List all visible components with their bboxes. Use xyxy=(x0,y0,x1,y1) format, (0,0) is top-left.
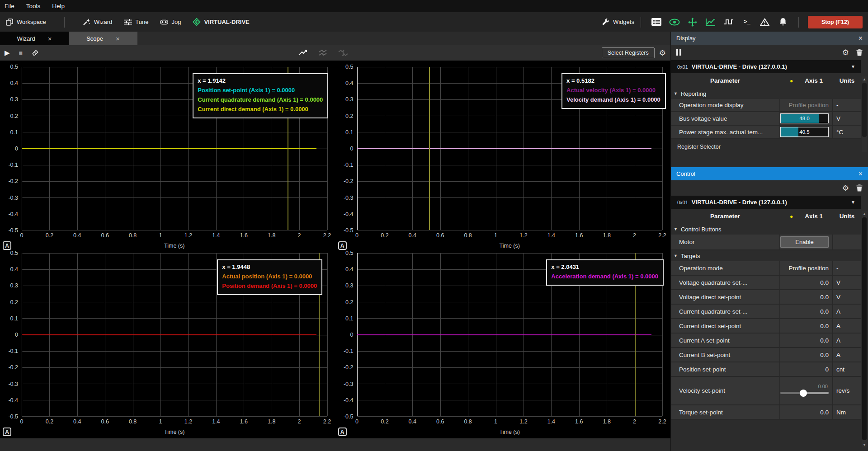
scope-play-button[interactable]: ▶ xyxy=(5,49,10,57)
x-tick-label: 0.4 xyxy=(409,418,416,425)
register-selector-link[interactable]: Register Selector xyxy=(671,139,861,155)
y-axis-labels: 0.50.40.30.20.10-0.1-0.2-0.3-0.4-0.5 xyxy=(2,67,22,230)
control-trash-icon[interactable] xyxy=(856,184,863,192)
control-device-selector[interactable]: 0x01 VIRTUAL-DRIVE - Drive (127.0.0.1) ▼ xyxy=(671,196,861,209)
chart-tooltip: x = 1.9142Position set-point (Axis 1) = … xyxy=(193,73,328,118)
y-tick-label: -0.1 xyxy=(344,162,354,168)
display-trash-icon[interactable] xyxy=(856,49,863,56)
scope-clear-button[interactable] xyxy=(32,49,39,56)
h-gridline xyxy=(357,286,663,286)
time-axis-title: Time (s) xyxy=(22,243,327,249)
single-plot-mode-button[interactable] xyxy=(298,49,307,56)
split-plots-mode-button[interactable] xyxy=(338,49,348,56)
x-tick-label: 0 xyxy=(20,418,24,425)
stacked-plots-mode-button[interactable] xyxy=(318,49,327,56)
x-tick-label: 1 xyxy=(159,418,162,425)
close-icon[interactable]: × xyxy=(859,170,863,178)
param-value[interactable]: 0 xyxy=(779,362,833,376)
close-tab-icon[interactable]: × xyxy=(48,35,52,42)
control-settings-gear-icon[interactable]: ⚙ xyxy=(842,184,849,192)
scroll-up-icon[interactable]: ▲ xyxy=(862,76,867,82)
move-motion-button[interactable] xyxy=(687,17,698,27)
param-units: °C xyxy=(833,126,861,138)
y-tick-label: -0.5 xyxy=(8,413,18,420)
param-value[interactable]: Profile position xyxy=(779,261,833,275)
param-value[interactable]: 0.0 xyxy=(779,319,833,333)
param-value[interactable]: 0.0 xyxy=(779,334,833,347)
motor-enable-button[interactable]: Enable xyxy=(780,236,829,248)
autoscale-button[interactable]: A xyxy=(338,241,347,250)
y-tick-label: 0.3 xyxy=(345,282,353,289)
scope-chart-button[interactable] xyxy=(705,17,717,27)
device-button[interactable]: VIRTUAL-DRIVE xyxy=(193,18,249,26)
param-value[interactable]: 0.0 xyxy=(779,305,833,318)
plot-area[interactable]: x = 2.0431Acceleration demand (Axis 1) =… xyxy=(357,253,663,417)
chart-tooltip: x = 0.5182Actual velocity (Axis 1) = 0.0… xyxy=(561,73,666,108)
y-axis-labels: 0.50.40.30.20.10-0.1-0.2-0.3-0.4-0.5 xyxy=(337,67,357,230)
pause-icon[interactable] xyxy=(676,49,681,56)
terminal-button[interactable]: >_ xyxy=(741,17,753,27)
param-value[interactable]: 0.0 xyxy=(779,405,833,419)
display-scrollbar[interactable]: ▲ xyxy=(862,76,867,152)
tooltip-series-value: Current quadrature demand (Axis 1) = 0.0… xyxy=(198,95,323,105)
jog-button[interactable]: Jog xyxy=(160,18,181,26)
slider-thumb[interactable] xyxy=(800,390,807,397)
param-value[interactable]: 0.0 xyxy=(779,276,833,289)
param-group-header[interactable]: ▼Targets xyxy=(671,250,861,261)
stop-button[interactable]: Stop (F12) xyxy=(808,16,863,28)
tab-wizard[interactable]: Wizard × xyxy=(0,32,69,45)
param-group-header[interactable]: ▼Control Buttons xyxy=(671,224,861,235)
widgets-button[interactable]: Widgets xyxy=(602,18,634,26)
signal-trace xyxy=(357,334,652,335)
scroll-up-icon[interactable]: ▲ xyxy=(862,211,867,216)
display-device-selector[interactable]: 0x01 VIRTUAL-DRIVE - Drive (127.0.0.1) ▼ xyxy=(671,60,861,73)
control-scrollbar[interactable]: ▲ ▼ xyxy=(862,211,867,447)
wizard-button[interactable]: Wizard xyxy=(83,18,112,26)
control-panel: Control × ⚙ 0x01 VIRTUAL-DRIVE - Drive (… xyxy=(671,167,868,451)
select-registers-button[interactable]: Select Registers xyxy=(602,47,655,58)
collapse-arrow-icon: ▼ xyxy=(674,91,678,96)
device-id: 0x01 xyxy=(677,200,688,205)
scope-chart-top-left: 0.50.40.30.20.10-0.1-0.2-0.3-0.4-0.5x = … xyxy=(0,66,335,252)
param-value: 40.5 xyxy=(779,126,833,138)
slider-track[interactable] xyxy=(780,392,829,394)
display-settings-gear-icon[interactable]: ⚙ xyxy=(842,49,849,56)
plot-area[interactable]: x = 1.9142Position set-point (Axis 1) = … xyxy=(22,67,327,230)
param-group-header[interactable]: ▼Reporting xyxy=(671,88,861,99)
close-icon[interactable]: × xyxy=(859,34,863,42)
param-name: Current A set-point xyxy=(671,334,779,347)
parameter-row: Operation mode displayProfile position- xyxy=(671,99,861,112)
param-name: Current quadrature set-... xyxy=(671,305,779,318)
autoscale-button[interactable]: A xyxy=(338,428,347,436)
tooltip-series-value: Current direct demand (Axis 1) = 0.0000 xyxy=(198,105,323,114)
autoscale-button[interactable]: A xyxy=(3,428,11,436)
tune-button[interactable]: Tune xyxy=(124,18,148,26)
velocity-slider[interactable]: 0.00 xyxy=(780,382,829,399)
tooltip-x-value: x = 2.0431 xyxy=(551,263,658,272)
menu-help[interactable]: Help xyxy=(52,3,65,9)
plot-area[interactable]: x = 0.5182Actual velocity (Axis 1) = 0.0… xyxy=(357,67,663,230)
tab-scope[interactable]: Scope × xyxy=(69,32,137,45)
monitor-eye-button[interactable] xyxy=(669,17,680,27)
square-wave-button[interactable] xyxy=(723,17,735,27)
notifications-bell-button[interactable] xyxy=(777,17,789,27)
close-tab-icon[interactable]: × xyxy=(116,35,120,42)
scope-stop-button[interactable]: ■ xyxy=(19,49,23,56)
autoscale-button[interactable]: A xyxy=(3,241,11,250)
warnings-button[interactable] xyxy=(759,17,771,27)
param-value[interactable]: 0.0 xyxy=(779,348,833,362)
param-value[interactable]: 0.0 xyxy=(779,290,833,304)
scope-chart-bottom-right: 0.50.40.30.20.10-0.1-0.2-0.3-0.4-0.5x = … xyxy=(335,252,671,438)
param-value[interactable]: 0.00 xyxy=(779,377,833,404)
workspace-button[interactable]: Workspace xyxy=(5,18,46,26)
register-list-button[interactable] xyxy=(651,17,662,27)
menu-tools[interactable]: Tools xyxy=(26,3,41,9)
scope-settings-gear-icon[interactable]: ⚙ xyxy=(659,49,666,57)
h-gridline xyxy=(357,165,663,165)
display-panel-title: Display xyxy=(676,35,696,42)
plot-area[interactable]: x = 1.9448Actual position (Axis 1) = 0.0… xyxy=(22,253,327,417)
menu-file[interactable]: File xyxy=(5,3,14,9)
slider-value: 0.00 xyxy=(780,384,828,389)
scroll-down-icon[interactable]: ▼ xyxy=(862,442,867,447)
column-units: Units xyxy=(833,77,861,84)
